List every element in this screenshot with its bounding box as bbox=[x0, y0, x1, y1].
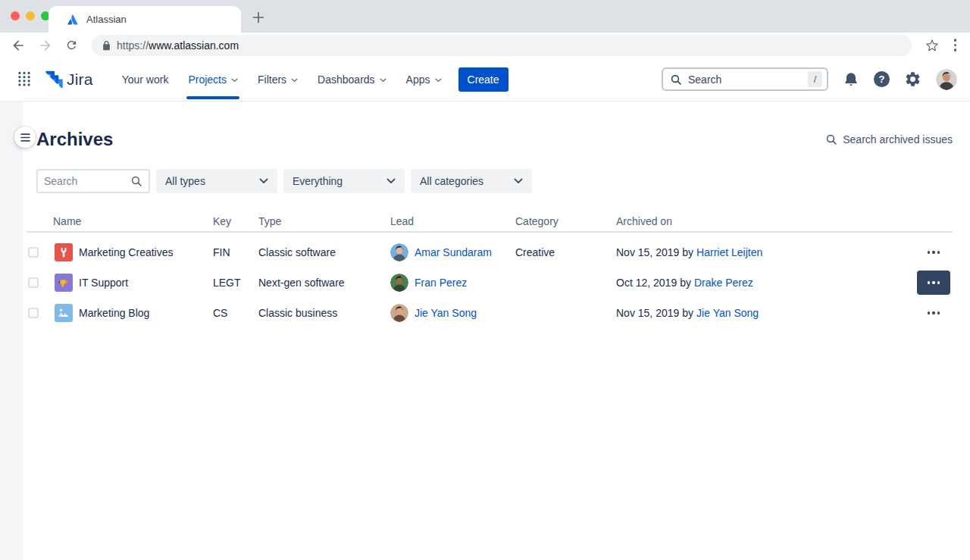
lead-link[interactable]: Fran Perez bbox=[415, 277, 467, 289]
project-name[interactable]: IT Support bbox=[79, 277, 128, 289]
project-type: Classic software bbox=[258, 246, 390, 258]
atlassian-favicon bbox=[67, 14, 79, 26]
new-tab-button[interactable] bbox=[249, 8, 268, 27]
drill-icon bbox=[55, 274, 73, 292]
lead-link[interactable]: Jie Yan Song bbox=[415, 307, 477, 319]
forward-icon bbox=[38, 38, 53, 53]
row-checkbox[interactable] bbox=[28, 308, 39, 318]
bell-icon bbox=[843, 71, 859, 88]
archived-date: Nov 15, 2019 bbox=[616, 307, 679, 319]
more-actions-button[interactable] bbox=[917, 271, 950, 295]
archived-date: Oct 12, 2019 bbox=[616, 277, 677, 289]
project-category: Creative bbox=[515, 246, 616, 258]
chevron-down-icon bbox=[514, 178, 523, 184]
archived-date: Nov 15, 2019 bbox=[616, 246, 679, 258]
project-name-cell: Marketing Blog bbox=[53, 304, 213, 322]
header-right-cluster: Search / ? bbox=[662, 67, 957, 91]
close-window-button[interactable] bbox=[11, 11, 20, 20]
more-actions-button[interactable] bbox=[917, 301, 950, 325]
settings-icon bbox=[904, 70, 922, 88]
archived-by-link[interactable]: Harriet Leijten bbox=[696, 246, 762, 258]
chevron-down-icon bbox=[259, 178, 268, 184]
chevron-down-icon bbox=[291, 78, 298, 83]
row-checkbox[interactable] bbox=[28, 247, 39, 258]
help-button[interactable]: ? bbox=[874, 71, 890, 87]
global-search[interactable]: Search / bbox=[662, 67, 828, 91]
nav-your-work[interactable]: Your work bbox=[116, 58, 175, 101]
user-avatar[interactable] bbox=[936, 69, 957, 90]
overflow-menu-icon bbox=[951, 36, 960, 55]
chevron-down-icon bbox=[435, 78, 442, 83]
search-archived-issues-link[interactable]: Search archived issues bbox=[825, 133, 953, 145]
menu-icon bbox=[20, 133, 30, 142]
jira-header: Jira Your work Projects Filters Dashboar… bbox=[0, 58, 970, 102]
avatar bbox=[390, 274, 408, 292]
filter-bar: All types Everything All categories bbox=[36, 169, 953, 193]
jira-logo-icon bbox=[45, 70, 63, 89]
browser-toolbar: https://www.atlassian.com bbox=[0, 33, 970, 58]
archives-page: Archives Search archived issues All typ bbox=[0, 102, 970, 560]
page-title: Archives bbox=[36, 129, 113, 150]
lead-link[interactable]: Amar Sundaram bbox=[415, 246, 492, 258]
create-button[interactable]: Create bbox=[458, 67, 508, 92]
url-text: https://www.atlassian.com bbox=[117, 39, 239, 52]
column-name: Name bbox=[53, 215, 213, 227]
bookmark-star-button[interactable] bbox=[925, 39, 939, 52]
column-archived-on: Archived on bbox=[616, 215, 915, 227]
lock-icon bbox=[102, 40, 111, 51]
jira-logo[interactable]: Jira bbox=[45, 70, 93, 89]
project-name-cell: IT Support bbox=[53, 274, 213, 292]
column-key: Key bbox=[213, 215, 258, 227]
search-shortcut-badge: / bbox=[808, 71, 822, 87]
by-label: by bbox=[682, 307, 693, 319]
back-icon bbox=[11, 38, 26, 53]
row-checkbox[interactable] bbox=[28, 277, 39, 288]
reload-icon bbox=[65, 39, 78, 52]
nav-projects[interactable]: Projects bbox=[182, 58, 244, 101]
project-name[interactable]: Marketing Blog bbox=[79, 307, 149, 319]
table-row: Marketing Creatives FIN Classic software bbox=[27, 237, 953, 267]
reload-button[interactable] bbox=[65, 39, 78, 52]
nav-apps[interactable]: Apps bbox=[400, 58, 448, 101]
lead-cell: Fran Perez bbox=[390, 274, 515, 292]
column-type: Type bbox=[258, 215, 390, 227]
minimize-window-button[interactable] bbox=[26, 11, 35, 20]
lead-cell: Jie Yan Song bbox=[390, 304, 515, 322]
project-type: Next-gen software bbox=[258, 277, 390, 289]
browser-tab[interactable]: Atlassian bbox=[48, 6, 241, 33]
wrench-icon bbox=[55, 243, 73, 261]
nav-filters[interactable]: Filters bbox=[252, 58, 304, 101]
by-label: by bbox=[682, 246, 693, 258]
expand-sidebar-button[interactable] bbox=[14, 127, 36, 148]
notifications-button[interactable] bbox=[843, 71, 859, 88]
back-button[interactable] bbox=[11, 38, 26, 53]
browser-menu-button[interactable] bbox=[951, 36, 960, 55]
categories-filter-dropdown[interactable]: All categories bbox=[411, 169, 532, 193]
forward-button[interactable] bbox=[38, 38, 53, 53]
project-type: Classic business bbox=[258, 307, 390, 319]
project-key: FIN bbox=[213, 246, 258, 258]
more-actions-button[interactable] bbox=[917, 240, 950, 264]
archived-by-link[interactable]: Jie Yan Song bbox=[696, 307, 759, 319]
main-content: Archives Search archived issues All typ bbox=[36, 102, 953, 328]
avatar bbox=[390, 243, 408, 261]
filter-search-field[interactable] bbox=[36, 169, 150, 193]
app-switcher-button[interactable] bbox=[17, 71, 31, 87]
tab-title: Atlassian bbox=[86, 14, 127, 25]
table-header-row: Name Key Type Lead Category Archived on bbox=[27, 211, 953, 233]
filter-search-input[interactable] bbox=[44, 175, 130, 187]
product-name: Jira bbox=[67, 70, 93, 89]
scope-filter-dropdown[interactable]: Everything bbox=[283, 169, 405, 193]
archived-by-link[interactable]: Drake Perez bbox=[694, 277, 753, 289]
settings-button[interactable] bbox=[904, 70, 922, 88]
mountains-icon bbox=[55, 304, 73, 322]
archived-on-cell: Nov 15, 2019 by Jie Yan Song bbox=[616, 307, 915, 319]
types-filter-dropdown[interactable]: All types bbox=[156, 169, 277, 193]
chevron-down-icon bbox=[380, 78, 386, 83]
help-icon: ? bbox=[874, 71, 890, 87]
address-bar[interactable]: https://www.atlassian.com bbox=[92, 35, 912, 56]
search-placeholder: Search bbox=[688, 74, 802, 86]
nav-dashboards[interactable]: Dashboards bbox=[311, 58, 393, 101]
search-icon bbox=[130, 175, 142, 187]
project-name[interactable]: Marketing Creatives bbox=[79, 246, 174, 258]
